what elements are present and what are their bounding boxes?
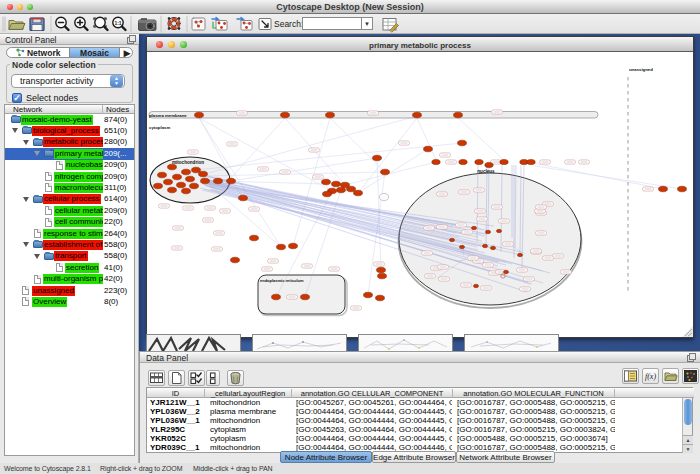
svg-text:unassigned: unassigned (629, 67, 653, 72)
svg-text:mitochondrion: mitochondrion (172, 160, 204, 165)
svg-text:cytoplasm: cytoplasm (149, 125, 170, 130)
svg-text:1:1: 1:1 (114, 20, 121, 26)
svg-text:endoplasmic reticulum: endoplasmic reticulum (260, 278, 304, 283)
svg-text:f(x): f(x) (645, 372, 656, 381)
svg-text:nucleus: nucleus (477, 169, 495, 174)
svg-text:plasma membrane: plasma membrane (149, 113, 187, 118)
